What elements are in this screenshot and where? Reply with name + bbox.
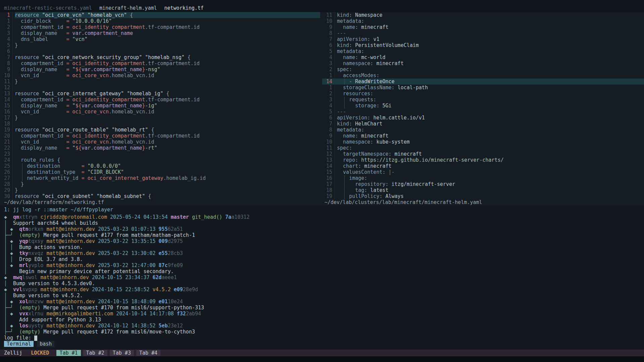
code-line[interactable]: 30resource "oci_core_subnet" "homelab_su…: [0, 193, 320, 199]
code-line[interactable]: 17 │ repository: itzg/minecraft-server: [322, 181, 644, 187]
code-line[interactable]: 13 repo: https://itzg.github.io/minecraf…: [322, 157, 644, 163]
terminal-pane[interactable]: 1: jj log -r ::master ~/d/ffpyplayer ◆ q…: [0, 205, 644, 350]
terminal-line: │ Support aarch64 wheel builds: [4, 220, 644, 226]
terminal-line: │ ◆ yqptqxsy matt@einhorn.dev 2025-03-22…: [4, 238, 644, 244]
code-line[interactable]: 22 display_name = "${var.compartment_nam…: [0, 145, 320, 151]
line-number: 1: [324, 85, 332, 91]
code-line[interactable]: 29}: [0, 187, 320, 193]
statusline-path-left: ~/dev/lab/terraform/networking.tf: [4, 199, 104, 205]
code-line[interactable]: 2spec:: [322, 66, 644, 72]
code-line[interactable]: 6kind: PersistentVolumeClaim: [322, 42, 644, 48]
code-line[interactable]: 10 vcn_id = oci_core_vcn.homelab_vcn.id: [0, 72, 320, 79]
editor-pane-minecraft-helm-yaml[interactable]: 11kind: Namespace10metadata:9 name: mine…: [322, 12, 644, 199]
code-line[interactable]: 13resource "oci_core_internet_gateway" "…: [0, 91, 320, 97]
code-line[interactable]: 23: [0, 151, 320, 157]
line-number: 1: [324, 72, 332, 79]
terminal-mode-badge: Terminal: [4, 341, 34, 347]
code-line[interactable]: 9 name: minecraft: [322, 133, 644, 139]
code-line[interactable]: 15 display_name = "${var.compartment_nam…: [0, 103, 320, 109]
terminal-pane-title: 1: jj log -r ::master ~/d/ffpyplayer: [4, 207, 113, 213]
code-line[interactable]: 10 namespace: kube-system: [322, 139, 644, 145]
line-number: 6: [324, 42, 332, 48]
code-line[interactable]: 21 vcn_id = oci_core_vcn.homelab_vcn.id: [0, 139, 320, 145]
code-line[interactable]: 25 │ destination = "0.0.0.0/0": [0, 163, 320, 169]
line-number: 16: [324, 175, 332, 181]
code-line[interactable]: 15 valuesContent: |-: [322, 169, 644, 175]
line-number: 9: [1, 66, 10, 72]
code-line[interactable]: 2 resources:: [322, 91, 644, 97]
code-line[interactable]: 9 name: minecraft: [322, 24, 644, 30]
terminal-line: │ ◆ qtnorkxn matt@einhorn.dev 2025-03-23…: [4, 226, 644, 232]
line-number: 13: [324, 157, 332, 163]
code-line[interactable]: 7kind: HelmChart: [322, 121, 644, 127]
code-line[interactable]: 17}: [0, 115, 320, 121]
code-line[interactable]: 12: [0, 85, 320, 91]
code-line[interactable]: 28 }: [0, 181, 320, 187]
code-line[interactable]: 1 storageClassName: local-path: [322, 85, 644, 91]
line-number: 14: [324, 79, 332, 85]
code-line[interactable]: 1 accessModes:: [322, 72, 644, 79]
line-number: 5: [1, 42, 10, 48]
code-line[interactable]: 18 │ tag: latest: [322, 187, 644, 193]
code-line[interactable]: 8---: [322, 30, 644, 36]
statusline-path-right: ~/dev/lab/clusters/lab/minecraft/minecra…: [325, 199, 482, 205]
cursor-block: [34, 335, 37, 341]
code-line[interactable]: 19 │ pullPolicy: Always: [322, 193, 644, 199]
zellij-tab[interactable]: Tab #1: [56, 350, 81, 356]
editor-pane-networking-tf[interactable]: 1resource "oci_core_vcn" "homelab_vcn" {…: [0, 12, 320, 199]
code-line[interactable]: 8 compartment_id = oci_identity_compartm…: [0, 60, 320, 66]
code-line[interactable]: 14 chart: minecraft: [322, 163, 644, 169]
line-number: 2: [1, 24, 10, 30]
code-line[interactable]: 18: [0, 121, 320, 127]
buffer-tab[interactable]: minecraft-helm.yaml: [99, 5, 157, 11]
code-line[interactable]: 10metadata:: [322, 18, 644, 24]
code-line[interactable]: 4 name: mc-world: [322, 54, 644, 60]
code-line[interactable]: 5}: [0, 42, 320, 48]
code-line[interactable]: 7apiVersion: v1: [322, 36, 644, 42]
zellij-tab[interactable]: Tab #2: [83, 350, 107, 356]
code-line[interactable]: 3 namespace: minecraft: [322, 60, 644, 66]
line-number: 16: [1, 109, 10, 115]
code-line[interactable]: 4 dns_label = "vcn": [0, 36, 320, 42]
code-line[interactable]: 19resource "oci_core_route_table" "homel…: [0, 127, 320, 133]
code-line[interactable]: 11kind: Namespace: [322, 12, 644, 18]
code-line[interactable]: 6: [0, 48, 320, 54]
code-line[interactable]: 8metadata:: [322, 127, 644, 133]
code-line[interactable]: 14 │ - ReadWriteOnce: [322, 79, 644, 85]
line-number: 4: [324, 54, 332, 60]
code-line[interactable]: 16 │ image:: [322, 175, 644, 181]
code-line[interactable]: 5---: [322, 109, 644, 115]
line-number: 28: [1, 181, 10, 187]
code-line[interactable]: 27 │ network_entity_id = oci_core_intern…: [0, 175, 320, 181]
gutter-separator: [335, 12, 335, 199]
buffer-tab[interactable]: networking.tf: [164, 5, 204, 11]
code-line[interactable]: 3 display_name = var.compartment_name: [0, 30, 320, 36]
zellij-tab[interactable]: Tab #3: [110, 350, 134, 356]
code-line[interactable]: 1resource "oci_core_vcn" "homelab_vcn" {: [0, 12, 320, 18]
code-line[interactable]: 11spec:: [322, 145, 644, 151]
code-line[interactable]: 6apiVersion: helm.cattle.io/v1: [322, 115, 644, 121]
code-line[interactable]: 5metadata:: [322, 48, 644, 54]
buffer-tab[interactable]: minecraft-restic-secrets.yaml: [4, 5, 92, 11]
line-number: 15: [1, 103, 10, 109]
line-number: 10: [1, 72, 10, 79]
code-line[interactable]: 4 │ storage: 5Gi: [322, 103, 644, 109]
code-line[interactable]: 1 cidr_block = "10.0.0.0/16": [0, 18, 320, 24]
zellij-tab[interactable]: Tab #4: [136, 350, 160, 356]
code-line[interactable]: 20 compartment_id = oci_identity_compart…: [0, 133, 320, 139]
code-line[interactable]: 14 compartment_id = oci_identity_compart…: [0, 97, 320, 103]
code-line[interactable]: 16 vcn_id = oci_core_vcn.homelab_vcn.id: [0, 109, 320, 115]
code-line[interactable]: 2 compartment_id = oci_identity_compartm…: [0, 24, 320, 30]
code-line[interactable]: 11}: [0, 79, 320, 85]
terminal-line: │ ◆ tkynxvqz matt@einhorn.dev 2025-03-22…: [4, 250, 644, 256]
code-line[interactable]: 12 targetNamespace: minecraft: [322, 151, 644, 157]
code-line[interactable]: 24 route_rules {: [0, 157, 320, 163]
code-line[interactable]: 26 │ destination_type = "CIDR_BLOCK": [0, 169, 320, 175]
code-line[interactable]: 9 display_name = "${var.compartment_name…: [0, 66, 320, 72]
code-line[interactable]: 3 │ requests:: [322, 97, 644, 103]
terminal-line: │ ◆ mrlyvplo matt@einhorn.dev 2025-03-22…: [4, 262, 644, 268]
code-line[interactable]: 7resource "oci_core_network_security_gro…: [0, 54, 320, 60]
line-number: 13: [1, 91, 10, 97]
terminal-line: ◆ mwqlswol matt@einhorn.dev 2024-10-15 2…: [4, 274, 644, 280]
terminal-line: │ ◆ vvxxlrnu me@mirkogalimberti.com 2024…: [4, 311, 644, 317]
